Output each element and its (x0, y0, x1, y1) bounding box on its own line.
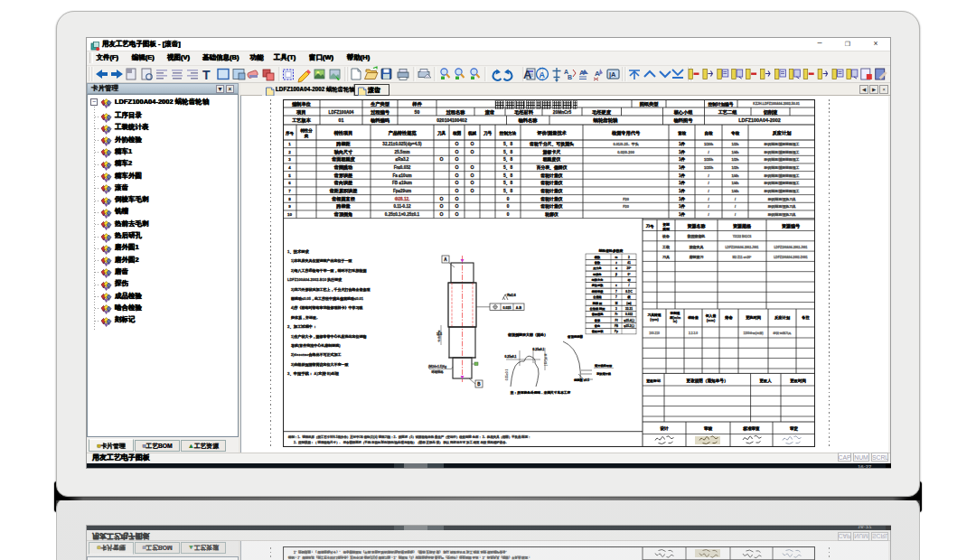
svg-text:审定: 审定 (790, 425, 799, 432)
svg-text:6: 6 (288, 181, 291, 185)
svg-text:资源名称: 资源名称 (688, 223, 707, 229)
svg-text:资源编号: 资源编号 (782, 223, 800, 229)
svg-text:4)序《图临时帮临审花检修项样卡》中学习租: 4)序《图临时帮临审花检修项样卡》中学习租 (291, 305, 363, 311)
svg-text:/: / (708, 173, 709, 178)
svg-text:β: β (615, 273, 617, 276)
svg-text:(rpm): (rpm) (650, 318, 659, 322)
svg-text:0.11-0.12: 0.11-0.12 (393, 204, 411, 209)
svg-text:蜗轮齿轮轴: 蜗轮齿轮轴 (593, 117, 619, 124)
svg-text:轮齿范围: 轮齿范围 (437, 331, 441, 343)
svg-text:1件: 1件 (679, 181, 686, 185)
svg-text:齿顶倒角: 齿顶倒角 (333, 211, 352, 218)
svg-text:产品特性规范: 产品特性规范 (388, 130, 417, 136)
svg-text:数控滚齿机: 数控滚齿机 (687, 234, 706, 238)
svg-text:m: m (615, 256, 618, 259)
svg-text:FB ≤19um: FB ≤19um (392, 181, 412, 185)
svg-text:O: O (455, 196, 458, 201)
svg-text:(15°)不变: (15°)不变 (544, 353, 548, 366)
svg-text:齿距累积: 齿距累积 (591, 330, 605, 333)
svg-text:物料图号: 物料图号 (673, 117, 694, 124)
svg-text:2: 2 (628, 256, 630, 259)
svg-text:类别: 类别 (662, 227, 670, 231)
svg-text:编制：1、调整机床（按工艺卡WN-5装作件）正对中/花 齿轮: 编制：1、调整机床（按工艺卡WN-5装作件）正对中/花 齿轮(3)(4) 调整刀… (287, 434, 530, 439)
svg-text:轴向尺寸: 轴向尺寸 (333, 149, 353, 155)
svg-text:游标卡尺: 游标卡尺 (542, 149, 561, 155)
svg-text:1200分钟(刃磨): 1200分钟(刃磨) (744, 331, 764, 335)
svg-text:020104100402: 020104100402 (436, 117, 467, 123)
svg-text:|A: |A (609, 70, 616, 79)
svg-text:0.02/0-200: 0.02/0-200 (617, 150, 634, 154)
svg-text:4: 4 (288, 165, 291, 170)
svg-text:齿轮计量仪: 齿轮计量仪 (540, 188, 563, 194)
svg-text:LDFZ100A04-2002-J001: LDFZ100A04-2002-J001 (726, 246, 759, 249)
svg-text:跨棒距: 跨棒距 (335, 141, 351, 147)
svg-text:50: 50 (415, 109, 420, 115)
svg-text:切入量: 切入量 (705, 313, 717, 318)
svg-text:1: 1 (288, 142, 291, 146)
svg-text:滚齿夹具: 滚齿夹具 (689, 245, 704, 249)
svg-text:自检: 自检 (704, 131, 713, 136)
svg-text:O: O (439, 156, 443, 162)
svg-text:8: 8 (288, 197, 291, 201)
svg-text:核心小组: 核心小组 (673, 109, 694, 116)
svg-text:资源: 资源 (662, 222, 670, 227)
svg-text:KZJH.LDFZ100A04-2002.50.01: KZJH.LDFZ100A04-2002.50.01 (753, 102, 799, 106)
svg-text:B: B (568, 74, 572, 80)
svg-text:齿距累积误差: 齿距累积误差 (329, 188, 358, 194)
svg-text:/: / (735, 212, 737, 217)
svg-text:评价/测量技术: 评价/测量技术 (537, 130, 567, 136)
svg-text:刀号: 刀号 (483, 130, 493, 136)
svg-text:Y3132 B61C6: Y3132 B61C6 (733, 235, 752, 238)
svg-text:齿顶倒棱圆: 齿顶倒棱圆 (567, 334, 584, 339)
svg-text:备注: 备注 (801, 315, 810, 320)
svg-text:更换时间: 更换时间 (745, 315, 761, 321)
svg-text:般体系，并还改。: 般体系，并还改。 (290, 315, 320, 321)
svg-text:磨前滚刀: 磨前滚刀 (689, 255, 704, 259)
svg-text:刀号: 刀号 (646, 224, 654, 229)
svg-text:模数: 模数 (594, 256, 601, 259)
svg-text:O: O (455, 173, 458, 178)
svg-text:0°: 0° (627, 273, 631, 276)
svg-text:0: 0 (507, 197, 510, 201)
svg-text:41: 41 (627, 261, 631, 265)
svg-text:过程名称: 过程名称 (446, 109, 466, 116)
svg-text:A: A (523, 68, 532, 81)
svg-text:特性项目: 特性项目 (333, 130, 353, 136)
svg-text:滚齿: 滚齿 (484, 109, 494, 116)
svg-text:5、8: 5、8 (503, 189, 512, 194)
svg-text:O: O (470, 149, 474, 154)
svg-text:物料名称: 物料名称 (518, 117, 539, 124)
svg-text:齿面粗糙度: 齿面粗糙度 (331, 156, 354, 163)
svg-text:粗糙度仪: 粗糙度仪 (542, 156, 561, 163)
svg-text:过程编号: 过程编号 (371, 109, 390, 116)
svg-text:Fp≤29um: Fp≤29um (393, 189, 411, 193)
svg-text:F20: F20 (623, 204, 629, 209)
svg-text:1件: 1件 (679, 165, 686, 170)
svg-text:O: O (455, 188, 458, 193)
svg-text:标识/隔离/重新调整/返工: 标识/隔离/重新调整/返工 (764, 181, 800, 185)
svg-text:蜗轮齿轮参数表: 蜗轮齿轮参数表 (598, 248, 624, 253)
svg-text:20MnCr5: 20MnCr5 (553, 110, 572, 115)
svg-text:倒棱量 ≥0.5: 倒棱量 ≥0.5 (573, 378, 589, 382)
svg-text:7: 7 (288, 189, 291, 193)
svg-text:1)本机床夹具位置调整产品定位于一致: 1)本机床夹具位置调整产品定位于一致 (291, 258, 353, 264)
svg-text:导航(首件完法中心孔磨削要跳): 导航(首件完法中心孔磨削要跳) (291, 343, 341, 349)
svg-text:序号: 序号 (285, 131, 294, 136)
svg-text:齿轮计量仪: 齿轮计量仪 (540, 173, 563, 179)
svg-text:O: O (455, 141, 458, 146)
svg-text:有效渐开线: 有效渐开线 (596, 372, 612, 376)
svg-text:标识/隔离/重新调整/返工: 标识/隔离/重新调整/返工 (764, 173, 800, 178)
svg-text:8-DC: 8-DC (625, 290, 633, 294)
svg-text:3、申报手续： A)支持 B)处理: 3、申报手续： A)支持 B)处理 (287, 371, 340, 377)
svg-text:0.032: 0.032 (625, 313, 633, 316)
svg-text:x: x (615, 284, 617, 287)
svg-text:右: 右 (626, 278, 631, 282)
svg-text:首检: 首检 (678, 131, 687, 136)
svg-text:O: O (439, 203, 443, 209)
svg-text:1/25h: 1/25h (704, 165, 714, 170)
svg-text:齿向误差: 齿向误差 (333, 180, 352, 186)
svg-text:0.25±0.1: 0.25±0.1 (505, 369, 509, 381)
svg-text:0.25±0.1: 0.25±0.1 (505, 355, 517, 359)
svg-text:3: 3 (615, 307, 617, 311)
svg-text:1/2h: 1/2h (731, 157, 739, 162)
